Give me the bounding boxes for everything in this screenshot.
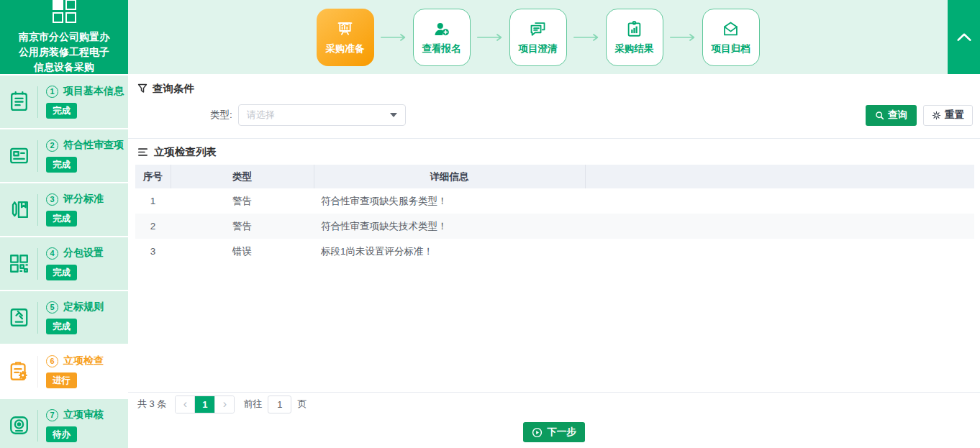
chat-bubbles-icon [528, 19, 548, 39]
sidebar-item-project-approval[interactable]: 7立项审核 待办 [0, 399, 128, 448]
flow-step-project-clarification[interactable]: 项目澄清 [509, 9, 567, 66]
sidebar-item-label: 立项检查 [63, 355, 104, 367]
status-badge: 待办 [46, 426, 77, 442]
sidebar-item-award-rules[interactable]: 5定标规则 完成 [0, 291, 128, 344]
footer-actions: 下一步 [128, 416, 980, 448]
sidebar: 南京市分公司购置办公用房装修工程电子信息设备采购 1项目基本信息 完成 2符合性… [0, 0, 128, 448]
status-badge: 完成 [46, 319, 77, 334]
status-badge: 进行 [46, 372, 77, 388]
sidebar-item-label: 符合性审查项 [63, 139, 124, 152]
flow-arrow-icon [573, 32, 600, 42]
table-row: 2 警告 符合性审查项缺失技术类型！ [135, 214, 974, 239]
status-badge: 完成 [46, 265, 77, 280]
step-number: 2 [46, 140, 58, 152]
flow-step-view-registration[interactable]: 查看报名 [413, 9, 471, 66]
sidebar-item-label: 评分标准 [63, 193, 104, 206]
col-header-detail: 详细信息 [314, 165, 585, 188]
flow-step-label: 项目归档 [712, 42, 750, 55]
step-number: 5 [46, 301, 58, 314]
id-card-icon [0, 144, 37, 168]
play-circle-icon [532, 427, 543, 438]
sidebar-item-scoring-criteria[interactable]: 3评分标准 完成 [0, 183, 128, 236]
type-select[interactable]: 请选择 [238, 104, 406, 126]
page-number-button[interactable]: 1 [194, 396, 215, 413]
status-badge: 完成 [46, 211, 77, 226]
flow-step-procurement-prep[interactable]: 采购准备 [317, 9, 374, 66]
flow-arrow-icon [476, 32, 504, 42]
sidebar-item-label: 分包设置 [63, 247, 104, 260]
main-content: 查询条件 类型: 请选择 查询 重置 [128, 74, 980, 448]
flow-step-label: 项目澄清 [519, 42, 558, 55]
funnel-icon [137, 83, 148, 93]
select-placeholder: 请选择 [247, 109, 390, 122]
step-number: 1 [46, 86, 58, 98]
table-header-row: 序号 类型 详细信息 [135, 165, 974, 188]
project-title: 南京市分公司购置办公用房装修工程电子信息设备采购 [17, 29, 111, 75]
sidebar-item-label: 项目基本信息 [63, 85, 124, 98]
cell-detail: 符合性审查项缺失技术类型！ [314, 214, 585, 239]
step-number: 7 [46, 409, 58, 421]
pagination-bar: 共 3 条 ‹ 1 › 前往 页 [128, 392, 980, 416]
user-add-icon [432, 19, 451, 39]
check-list-table: 序号 类型 详细信息 1 警告 符合性审查项缺失服务类型！ 2 警告 符合性审查… [135, 165, 974, 264]
list-icon [137, 147, 148, 157]
flow-step-procurement-result[interactable]: 采购结果 [606, 9, 663, 66]
cell-detail: 标段1尚未设置评分标准！ [314, 239, 585, 264]
chart-podium-icon [335, 19, 355, 39]
goto-label: 前往 [243, 398, 262, 411]
next-step-button[interactable]: 下一步 [523, 422, 585, 442]
type-label: 类型: [210, 109, 232, 122]
cell-type: 警告 [171, 214, 314, 239]
qr-grid-icon [0, 252, 37, 275]
workflow-bar: 采购准备 查看报名 项目澄清 [128, 0, 948, 74]
table-row: 1 警告 符合性审查项缺失服务类型！ [135, 188, 974, 214]
col-header-empty [585, 165, 974, 188]
grid-logo-icon [53, 0, 76, 23]
step-number: 4 [46, 247, 58, 260]
chevron-up-icon [956, 32, 972, 42]
flow-arrow-icon [669, 32, 697, 42]
sidebar-header: 南京市分公司购置办公用房装修工程电子信息设备采购 [0, 0, 128, 74]
sidebar-item-compliance-review[interactable]: 2符合性审查项 完成 [0, 129, 128, 182]
flow-arrow-icon [380, 32, 407, 42]
cell-type: 警告 [171, 188, 314, 214]
sidebar-item-project-basic-info[interactable]: 1项目基本信息 完成 [0, 76, 128, 128]
table-row: 3 错误 标段1尚未设置评分标准！ [135, 239, 974, 264]
prev-page-button[interactable]: ‹ [176, 396, 194, 413]
clipboard-icon [0, 90, 37, 114]
status-badge: 完成 [46, 157, 77, 172]
caret-down-icon [390, 113, 397, 117]
status-badge: 完成 [46, 103, 77, 118]
pen-book-icon [0, 198, 37, 221]
cell-no: 2 [135, 214, 171, 239]
result-chart-icon [625, 19, 644, 39]
goto-page-input[interactable] [268, 396, 291, 413]
col-header-type: 类型 [171, 165, 314, 188]
sidebar-item-package-setup[interactable]: 4分包设置 完成 [0, 237, 128, 290]
filter-title: 查询条件 [153, 82, 194, 96]
search-button[interactable]: 查询 [866, 105, 917, 126]
clipboard-gear-icon [0, 360, 37, 383]
flow-step-label: 采购结果 [615, 42, 654, 55]
cell-type: 错误 [171, 239, 314, 264]
filter-section: 查询条件 类型: 请选择 查询 重置 [128, 74, 980, 139]
list-section-header: 立项检查列表 [128, 139, 980, 165]
sidebar-item-label: 定标规则 [63, 301, 104, 314]
flow-step-label: 查看报名 [422, 42, 461, 55]
step-number: 6 [46, 355, 58, 367]
gear-refresh-icon [932, 111, 941, 120]
list-title: 立项检查列表 [154, 145, 217, 159]
collapse-header-button[interactable] [948, 0, 980, 74]
webcam-icon [0, 413, 37, 437]
reset-button[interactable]: 重置 [923, 105, 973, 126]
sidebar-item-project-check[interactable]: 6立项检查 进行 [0, 345, 128, 398]
flow-step-project-archive[interactable]: 项目归档 [702, 9, 760, 66]
sidebar-item-label: 立项审核 [63, 408, 104, 421]
envelope-icon [721, 19, 740, 39]
step-number: 3 [46, 193, 58, 206]
gavel-doc-icon [0, 306, 37, 329]
cell-detail: 符合性审查项缺失服务类型！ [314, 188, 585, 214]
flow-step-label: 采购准备 [326, 42, 365, 55]
next-page-button[interactable]: › [215, 396, 234, 413]
page-unit-label: 页 [297, 398, 307, 411]
